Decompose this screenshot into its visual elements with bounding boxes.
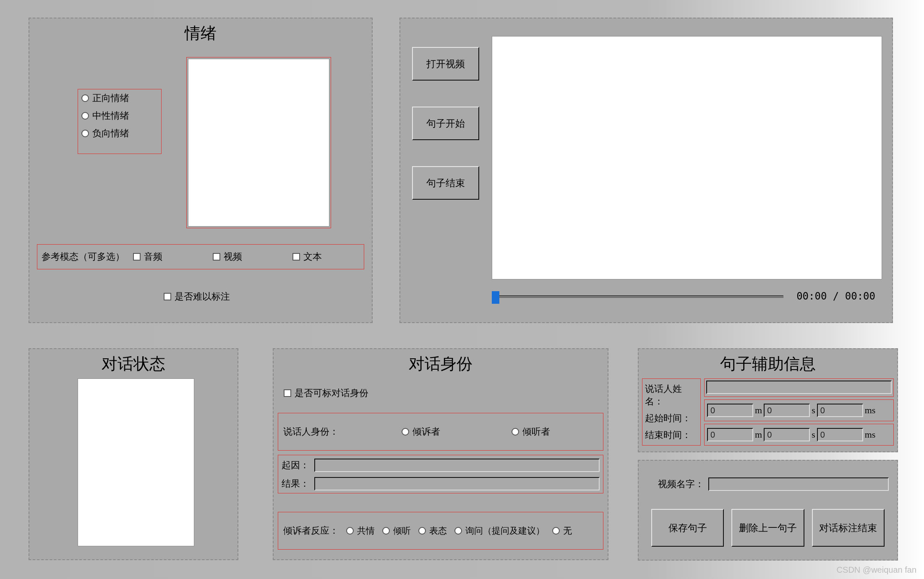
checkbox-icon [284,389,291,397]
chk-label: 文本 [303,250,322,263]
chk-label: 是否可标对话身份 [295,387,368,399]
reaction-none[interactable]: 无 [552,525,572,537]
video-slider[interactable] [492,290,783,302]
result-input[interactable] [314,477,600,490]
speaker-role-label: 说话人身份： [283,425,339,438]
role-speaker[interactable]: 倾诉者 [402,425,440,438]
emotion-preview [188,59,329,227]
radio-icon [346,527,354,535]
markable-identity[interactable]: 是否可标对话身份 [284,387,368,399]
end-ms-input[interactable] [817,428,863,441]
reaction-empathy[interactable]: 共情 [346,525,375,537]
end-mark-button[interactable]: 对话标注结束 [812,509,885,547]
cause-label: 起因： [282,459,312,472]
video-area [492,36,882,279]
speaker-name-label: 说话人姓名： [645,383,698,408]
checkbox-icon [292,253,300,261]
radio-label: 倾听者 [522,425,550,438]
radio-neutral[interactable]: 中性情绪 [78,107,161,125]
reaction-listen[interactable]: 倾听 [382,525,411,537]
chk-label: 视频 [224,250,242,263]
start-ms-input[interactable] [817,404,863,417]
radio-icon [552,527,560,535]
emotion-preview-box [186,57,331,228]
hard-to-mark[interactable]: 是否难以标注 [164,290,230,303]
open-video-button[interactable]: 打开视频 [412,47,479,81]
sentence-aux-panel: 句子辅助信息 说话人姓名： 起始时间： 结束时间： m s ms m s ms [638,348,898,452]
radio-icon [454,527,462,535]
video-name-label: 视频名字： [658,478,704,490]
end-time-label: 结束时间： [645,429,698,441]
dialog-identity-title: 对话身份 [274,349,608,378]
video-panel: 打开视频 句子开始 句子结束 00:00 / 00:00 [399,18,893,323]
emotion-radio-group: 正向情绪 中性情绪 负向情绪 [78,89,162,154]
cause-input[interactable] [314,459,600,472]
sentence-end-button[interactable]: 句子结束 [412,166,479,200]
chk-label: 音频 [144,250,162,263]
slider-track [499,295,783,298]
radio-label: 倾诉者 [412,425,440,438]
reaction-label: 倾诉者反应： [283,524,339,537]
video-time: 00:00 / 00:00 [796,290,875,302]
modality-text[interactable]: 文本 [292,250,322,263]
reaction-express[interactable]: 表态 [418,525,447,537]
radio-positive[interactable]: 正向情绪 [78,89,161,107]
start-s-input[interactable] [764,404,810,417]
cause-result-group: 起因： 结果： [278,455,603,493]
aux-title: 句子辅助信息 [639,349,897,378]
radio-negative[interactable]: 负向情绪 [78,125,161,142]
speaker-name-input[interactable] [706,381,892,394]
end-s-input[interactable] [764,428,810,441]
radio-label: 中性情绪 [92,110,129,122]
chk-label: 是否难以标注 [175,290,230,303]
dialog-state-list [78,378,194,546]
video-name-input[interactable] [708,477,889,491]
radio-label: 负向情绪 [92,127,129,140]
radio-icon [81,130,89,137]
radio-icon [512,428,519,436]
reaction-ask[interactable]: 询问（提问及建议） [454,525,545,537]
aux-labels-col: 说话人姓名： 起始时间： 结束时间： [642,378,701,446]
radio-icon [382,527,390,535]
dialog-state-title: 对话状态 [29,349,238,378]
delete-prev-button[interactable]: 删除上一句子 [731,509,804,547]
slider-thumb[interactable] [492,291,499,304]
radio-label: 正向情绪 [92,92,129,104]
result-label: 结果： [282,477,312,490]
sentence-start-button[interactable]: 句子开始 [412,107,479,140]
speaker-role-group: 说话人身份： 倾诉者 倾听者 [278,413,603,451]
reaction-group: 倾诉者反应： 共情 倾听 表态 询问（提问及建议） 无 [278,512,603,550]
modality-group: 参考模态（可多选） 音频 视频 文本 [37,244,364,269]
radio-icon [402,428,409,436]
save-panel: 视频名字： 保存句子 删除上一句子 对话标注结束 [638,460,898,561]
start-m-input[interactable] [707,404,753,417]
save-sentence-button[interactable]: 保存句子 [651,509,724,547]
emotion-panel: 情绪 正向情绪 中性情绪 负向情绪 参考模态（可多选） 音频 视频 文本 是否难… [29,18,373,323]
watermark: CSDN @weiquan fan [837,565,916,575]
radio-icon [81,112,89,120]
modality-video[interactable]: 视频 [213,250,242,263]
emotion-title: 情绪 [29,18,372,47]
checkbox-icon [164,293,171,300]
end-m-input[interactable] [707,428,753,441]
modality-audio[interactable]: 音频 [133,250,162,263]
radio-icon [418,527,426,535]
radio-icon [81,94,89,102]
role-listener[interactable]: 倾听者 [512,425,550,438]
modality-label: 参考模态（可多选） [42,250,125,263]
start-time-label: 起始时间： [645,412,698,425]
dialog-state-panel: 对话状态 [29,348,238,560]
checkbox-icon [133,253,141,261]
dialog-identity-panel: 对话身份 是否可标对话身份 说话人身份： 倾诉者 倾听者 起因： 结果： 倾诉者… [273,348,608,560]
checkbox-icon [213,253,220,261]
